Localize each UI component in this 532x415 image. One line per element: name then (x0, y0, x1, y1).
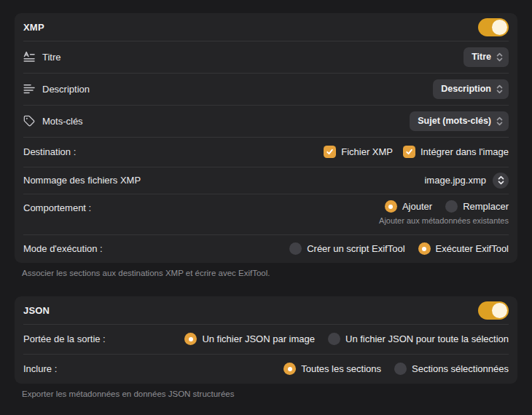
row-portee-sortie: Portée de la sortie : Un fichier JSON pa… (15, 324, 517, 354)
chevron-up-down-icon (496, 84, 503, 94)
checkbox-fichier-xmp[interactable]: Fichier XMP (324, 146, 393, 158)
export-settings-page: XMP Titre Titre (0, 0, 532, 398)
radio-json-toute-selection[interactable]: Un fichier JSON pour toute la sélection (328, 333, 509, 345)
checkbox-label: Intégrer dans l'image (420, 146, 509, 157)
radio-remplacer[interactable]: Remplacer (445, 200, 509, 213)
xmp-section-title: XMP (23, 22, 44, 33)
checkbox-icon (403, 146, 415, 158)
description-label: Description (42, 84, 90, 95)
comportement-label: Comportement : (23, 200, 91, 213)
xmp-section-card: XMP Titre Titre (15, 13, 517, 263)
chevron-up-down-icon (496, 52, 503, 62)
destination-label: Destination : (23, 146, 76, 157)
radio-ajouter[interactable]: Ajouter (385, 200, 432, 213)
json-footer-caption: Exporter les métadonnées en données JSON… (22, 390, 517, 398)
row-inclure: Inclure : Toutes les sections Sections s… (15, 354, 517, 384)
row-description: Description Description (15, 73, 517, 105)
radio-icon (283, 363, 296, 375)
nommage-dropdown-value: image.jpg.xmp (424, 175, 486, 186)
xmp-section-header: XMP (15, 13, 517, 41)
radio-label: Ajouter (402, 201, 432, 212)
description-dropdown-value: Description (441, 84, 491, 94)
radio-label: Sections sélectionnées (412, 363, 509, 374)
radio-creer-script[interactable]: Créer un script ExifTool (289, 242, 404, 255)
textformat-icon (23, 51, 35, 63)
radio-icon (328, 333, 340, 345)
xmp-footer-caption: Associer les sections aux destinations X… (22, 269, 517, 277)
inclure-label: Inclure : (23, 363, 57, 374)
mots-cles-label: Mots-clés (42, 116, 83, 127)
comportement-helper-text: Ajouter aux métadonnées existantes (379, 216, 509, 225)
json-section-card: JSON Portée de la sortie : Un fichier JS… (15, 296, 517, 384)
titre-dropdown[interactable]: Titre (463, 47, 509, 67)
text-lines-icon (23, 83, 35, 95)
radio-label: Toutes les sections (301, 363, 381, 374)
row-mots-cles: Mots-clés Sujet (mots-clés) (15, 105, 517, 137)
json-toggle[interactable] (478, 301, 509, 320)
mode-radio-group: Créer un script ExifTool Exécuter ExifTo… (289, 242, 509, 255)
xmp-toggle-knob (492, 20, 507, 35)
checkbox-integrer-image[interactable]: Intégrer dans l'image (403, 146, 509, 158)
titre-label: Titre (42, 52, 61, 63)
radio-icon (394, 363, 407, 375)
xmp-toggle[interactable] (478, 18, 509, 36)
description-dropdown[interactable]: Description (433, 79, 509, 99)
row-titre: Titre Titre (15, 41, 517, 73)
mode-execution-label: Mode d'exécution : (23, 243, 103, 254)
row-mode-execution: Mode d'exécution : Créer un script ExifT… (15, 234, 517, 263)
radio-label: Créer un script ExifTool (307, 243, 404, 254)
radio-toutes-sections[interactable]: Toutes les sections (283, 363, 381, 375)
json-section-header: JSON (15, 296, 517, 324)
chevron-up-down-icon (496, 116, 503, 126)
radio-icon (184, 333, 197, 345)
row-comportement: Comportement : Ajouter Remplacer Ajouter… (15, 194, 517, 234)
checkbox-icon (324, 146, 336, 158)
row-nommage: Nommage des fichiers XMP image.jpg.xmp (15, 167, 517, 194)
checkbox-label: Fichier XMP (341, 146, 393, 157)
chevron-up-down-icon (493, 173, 509, 189)
destination-checkbox-group: Fichier XMP Intégrer dans l'image (324, 146, 509, 158)
radio-sections-selectionnees[interactable]: Sections sélectionnées (394, 363, 509, 375)
radio-icon (289, 242, 302, 255)
inclure-radio-group: Toutes les sections Sections sélectionné… (283, 363, 509, 375)
nommage-dropdown[interactable]: image.jpg.xmp (424, 173, 509, 189)
radio-json-par-image[interactable]: Un fichier JSON par image (184, 333, 315, 345)
titre-dropdown-value: Titre (472, 52, 491, 62)
row-destination: Destination : Fichier XMP Intégrer dans … (15, 137, 517, 167)
mots-cles-dropdown[interactable]: Sujet (mots-clés) (410, 111, 509, 131)
json-toggle-knob (492, 303, 507, 318)
radio-label: Remplacer (463, 201, 509, 212)
nommage-label: Nommage des fichiers XMP (23, 175, 141, 186)
tag-icon (23, 115, 35, 127)
portee-label: Portée de la sortie : (23, 333, 106, 344)
json-section-title: JSON (23, 305, 50, 316)
radio-icon (445, 200, 458, 213)
radio-executer-exiftool[interactable]: Exécuter ExifTool (418, 242, 509, 255)
mots-cles-dropdown-value: Sujet (mots-clés) (418, 116, 491, 126)
radio-label: Un fichier JSON par image (202, 333, 315, 344)
radio-icon (385, 200, 397, 213)
radio-label: Un fichier JSON pour toute la sélection (345, 333, 509, 344)
radio-label: Exécuter ExifTool (436, 243, 509, 254)
portee-radio-group: Un fichier JSON par image Un fichier JSO… (184, 333, 509, 345)
radio-icon (418, 242, 431, 255)
comportement-radio-group: Ajouter Remplacer (385, 200, 509, 213)
